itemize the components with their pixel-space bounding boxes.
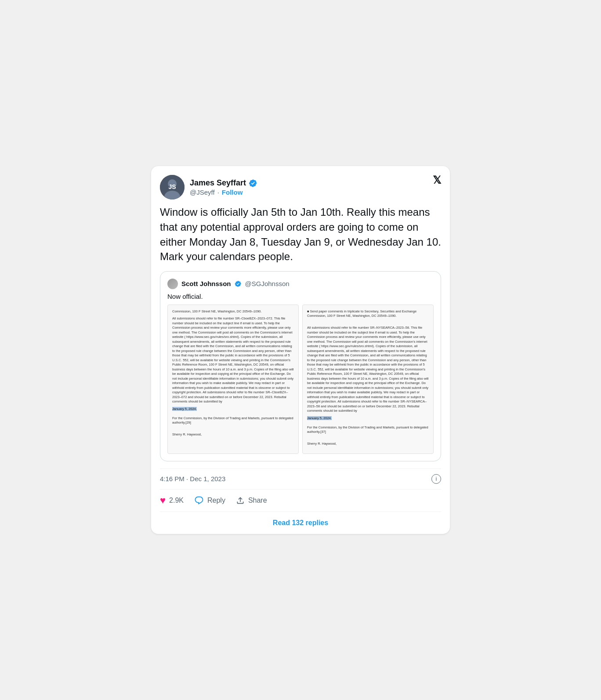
tweet-header: JS James Seyffart @JSeyff · Follow: [160, 175, 441, 199]
share-action[interactable]: Share: [236, 496, 267, 505]
avatar-image: JS: [160, 175, 185, 199]
reply-action[interactable]: Reply: [194, 496, 225, 505]
read-replies-button[interactable]: Read 132 replies: [160, 511, 441, 534]
doc-right-signature: Sherry R. Haywood,: [307, 442, 429, 446]
doc-left-footer: For the Commission, by the Division of T…: [172, 416, 294, 425]
doc-right-body: All submissions should refer to file num…: [307, 326, 429, 413]
document-images: Commission, 100 F Street NE, Washington,…: [167, 305, 434, 454]
doc-left-signature: Sherry R. Haywood,: [172, 432, 294, 437]
comment-icon: [194, 496, 204, 505]
quoted-author: Scott Johnsson @SGJohnsson: [167, 279, 434, 289]
doc-right-intro: ■ Send paper comments in triplicate to S…: [307, 309, 429, 319]
heart-icon: ♥: [160, 495, 166, 506]
doc-right-highlight: January 5, 2024.: [307, 416, 332, 420]
doc-left-intro: Commission, 100 F Street NE, Washington,…: [172, 309, 294, 314]
quoted-author-handle: @SGJohnsson: [245, 280, 290, 287]
avatar: JS: [160, 175, 185, 199]
quoted-avatar-image: [167, 279, 178, 289]
author-name-row: James Seyffart: [190, 178, 257, 188]
tweet-timestamp: 4:16 PM · Dec 1, 2023 i: [160, 468, 441, 489]
verified-badge-icon: [249, 179, 257, 188]
tweet-author: JS James Seyffart @JSeyff · Follow: [160, 175, 257, 199]
info-icon[interactable]: i: [431, 474, 441, 484]
quoted-avatar: [167, 279, 178, 289]
author-info: James Seyffart @JSeyff · Follow: [190, 178, 257, 196]
doc-page-right: ■ Send paper comments in triplicate to S…: [302, 305, 434, 454]
x-logo-icon: 𝕏: [433, 175, 441, 185]
tweet-body: Window is officially Jan 5th to Jan 10th…: [160, 205, 441, 264]
quoted-tweet: Scott Johnsson @SGJohnsson Now official.…: [160, 271, 441, 461]
quoted-author-name: Scott Johnsson: [181, 280, 231, 287]
follow-button[interactable]: Follow: [222, 189, 243, 196]
share-icon: [236, 496, 245, 505]
like-action[interactable]: ♥ 2.9K: [160, 495, 184, 506]
quoted-tweet-text: Now official.: [167, 293, 434, 300]
svg-text:JS: JS: [168, 183, 176, 190]
share-label: Share: [248, 497, 267, 504]
doc-left-body: All submissions should refer to file num…: [172, 316, 294, 404]
doc-right-footer: For the Commission, by the Division of T…: [307, 425, 429, 435]
author-name: James Seyffart: [190, 178, 246, 188]
author-handle-row: @JSeyff · Follow: [190, 189, 257, 196]
reply-label: Reply: [207, 497, 225, 504]
quoted-verified-badge-icon: [235, 280, 242, 287]
author-handle: @JSeyff: [190, 189, 215, 196]
tweet-actions: ♥ 2.9K Reply Share: [160, 489, 441, 511]
doc-left-highlight: January 5, 2024.: [172, 407, 197, 411]
dot-separator: ·: [217, 189, 219, 196]
timestamp-text: 4:16 PM · Dec 1, 2023: [160, 475, 225, 482]
likes-count: 2.9K: [169, 497, 184, 504]
tweet-card: JS James Seyffart @JSeyff · Follow: [151, 166, 450, 533]
doc-page-left: Commission, 100 F Street NE, Washington,…: [167, 305, 299, 454]
